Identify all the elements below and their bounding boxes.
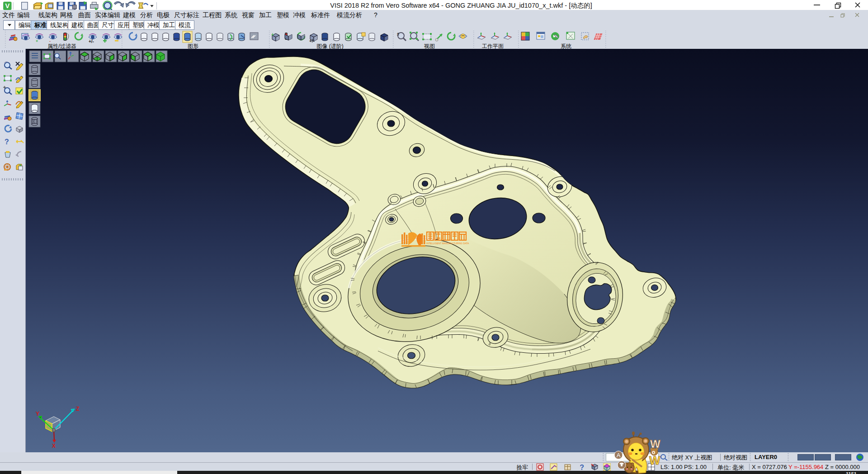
svg-text:+/-: +/-	[309, 38, 315, 43]
svg-text:-: -	[49, 39, 51, 43]
svg-text:Z: Z	[76, 407, 79, 412]
svg-text:±: ±	[397, 32, 399, 36]
svg-text:?: ?	[5, 138, 9, 146]
svg-text:?: ?	[580, 464, 584, 471]
svg-text:X: X	[52, 443, 56, 448]
svg-text:A: A	[617, 452, 621, 459]
svg-text:V: V	[5, 2, 9, 9]
svg-text:W: W	[649, 454, 660, 467]
svg-text:+: +	[36, 39, 38, 43]
svg-text:Y: Y	[36, 411, 39, 417]
svg-text:+/-: +/-	[89, 39, 94, 43]
svg-text:+: +	[271, 32, 274, 37]
svg-text:INTELLIGENT MANUFACTURING DATA: INTELLIGENT MANUFACTURING DATA	[426, 242, 469, 245]
